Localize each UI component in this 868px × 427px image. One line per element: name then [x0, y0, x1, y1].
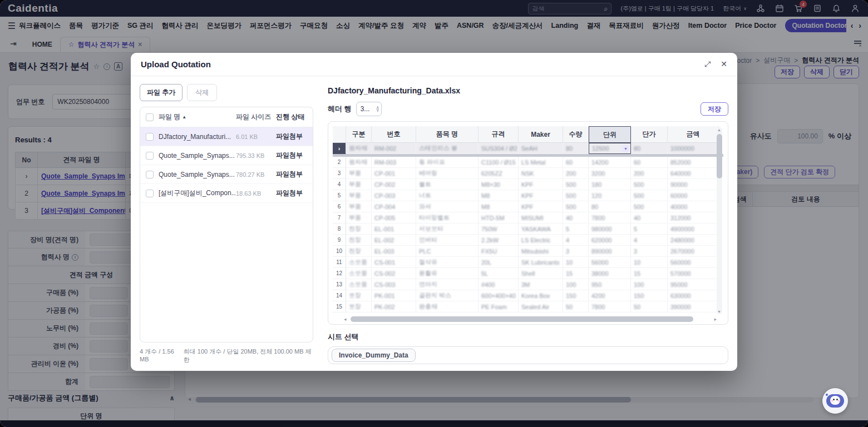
grid-row-number[interactable]: 2: [333, 157, 346, 168]
header-row-spinner[interactable]: 3... ∧∧: [356, 102, 382, 116]
grid-cell[interactable]: 원자재: [346, 157, 372, 168]
grid-cell[interactable]: CP-002: [372, 179, 416, 190]
grid-cell[interactable]: 980000: [589, 224, 631, 235]
file-row[interactable]: [설비구매]설비_Compon... 18.63 KB 파일첨부: [140, 184, 313, 203]
grid-cell[interactable]: PK-001: [372, 290, 416, 301]
grid-cell[interactable]: 750W: [479, 224, 519, 235]
grid-cell[interactable]: 200: [563, 168, 589, 179]
grid-cell[interactable]: 200: [631, 168, 668, 179]
grid-row-number[interactable]: 3: [333, 168, 346, 179]
grid-cell[interactable]: HTD-5M: [479, 212, 519, 224]
grid-cell[interactable]: 500: [563, 179, 589, 190]
grid-cell[interactable]: 포장: [346, 301, 372, 312]
grid-cell[interactable]: 4900000: [668, 224, 719, 235]
grid-cell[interactable]: 너트: [416, 190, 479, 201]
grid-row[interactable]: 4부품CP-002볼트M8×30KPF50018050090000: [333, 179, 723, 190]
grid-cell[interactable]: CP-003: [372, 190, 416, 201]
file-checkbox[interactable]: [146, 133, 154, 141]
file-checkbox[interactable]: [146, 171, 154, 178]
grid-row-number[interactable]: 6: [333, 201, 346, 212]
grid-cell[interactable]: CP-004: [372, 201, 416, 212]
grid-cell[interactable]: FX5U: [479, 246, 519, 257]
grid-cell[interactable]: 3200: [589, 168, 631, 179]
file-checkbox[interactable]: [146, 190, 154, 197]
grid-cell[interactable]: SeAH: [519, 143, 563, 154]
sheet-chip[interactable]: Invoice_Dummy_Data: [332, 349, 416, 362]
grid-row[interactable]: 5부품CP-003너트M8KPF50012050060000: [333, 190, 723, 201]
grid-column-header[interactable]: 단가: [631, 126, 668, 143]
grid-cell[interactable]: 312000: [668, 212, 719, 224]
grid-cell[interactable]: 950: [589, 279, 631, 290]
dropdown-icon[interactable]: ▼: [622, 145, 629, 152]
grid-cell[interactable]: 60: [563, 157, 589, 168]
grid-cell[interactable]: 소모품: [346, 279, 372, 290]
grid-cell[interactable]: 1000000: [668, 143, 719, 154]
grid-cell[interactable]: 원자재: [346, 143, 372, 154]
grid-cell[interactable]: 56000: [589, 257, 631, 268]
grid-cell[interactable]: LS Metal: [519, 157, 563, 168]
scroll-up-icon[interactable]: ▲: [717, 128, 721, 132]
grid-column-header[interactable]: 번호: [372, 126, 416, 143]
grid-cell[interactable]: 50: [563, 301, 589, 312]
scroll-down-icon[interactable]: ▼: [717, 310, 721, 314]
grid-cell[interactable]: 4: [563, 235, 589, 246]
grid-cell[interactable]: 150: [563, 290, 589, 301]
file-name-header[interactable]: 파일 명: [159, 112, 180, 122]
file-row[interactable]: Quote_Sample_Synaps... 795.33 KB 파일첨부: [140, 146, 313, 165]
grid-cell[interactable]: 2670000: [668, 246, 719, 257]
grid-cell[interactable]: 부품: [346, 190, 372, 201]
grid-row-number[interactable]: 11: [333, 257, 346, 268]
grid-cell[interactable]: EL-002: [372, 235, 416, 246]
grid-cell[interactable]: 600×400×40: [479, 290, 519, 301]
grid-row-number[interactable]: 4: [333, 179, 346, 190]
grid-row[interactable]: 13소모품CS-003연마지#4003M10095010095000: [333, 279, 723, 290]
grid-cell[interactable]: 부품: [346, 212, 372, 224]
select-all-checkbox[interactable]: [146, 113, 154, 121]
grid-cell[interactable]: YASKAWA: [519, 224, 563, 235]
grid-cell[interactable]: M8: [479, 190, 519, 201]
grid-cell[interactable]: 20L: [479, 257, 519, 268]
grid-cell[interactable]: CP-005: [372, 212, 416, 224]
grid-cell[interactable]: 부품: [346, 201, 372, 212]
grid-row-number[interactable]: 15: [333, 301, 346, 312]
grid-cell[interactable]: 소모품: [346, 257, 372, 268]
grid-cell[interactable]: CS-003: [372, 279, 416, 290]
grid-cell[interactable]: 4: [631, 235, 668, 246]
grid-row[interactable]: 2원자재RM-003동 파이프C1100 / Ø15LS Metal601420…: [333, 157, 723, 168]
grid-cell[interactable]: 2480000: [668, 235, 719, 246]
grid-cell[interactable]: 골판지 박스: [416, 290, 479, 301]
grid-cell[interactable]: 500: [631, 190, 668, 201]
grid-cell[interactable]: Mitsubishi: [519, 246, 563, 257]
spinner-down-icon[interactable]: ∧: [376, 109, 379, 111]
grid-cell[interactable]: KPF: [519, 201, 563, 212]
grid-cell[interactable]: 120: [589, 190, 631, 201]
grid-row-number[interactable]: 9: [333, 235, 346, 246]
grid-cell[interactable]: 4200: [589, 290, 631, 301]
grid-cell[interactable]: 15: [563, 268, 589, 279]
grid-cell[interactable]: 40: [563, 212, 589, 224]
grid-cell[interactable]: 부품: [346, 168, 372, 179]
grid-cell[interactable]: 852000: [668, 157, 719, 168]
grid-cell[interactable]: KPF: [519, 190, 563, 201]
grid-cell[interactable]: 40000: [668, 201, 719, 212]
delete-file-button[interactable]: 삭제: [187, 84, 217, 101]
grid-cell[interactable]: Shell: [519, 268, 563, 279]
grid-cell[interactable]: 인버터: [416, 235, 479, 246]
file-row[interactable]: Quote_Sample_Synaps... 780.27 KB 파일첨부: [140, 165, 313, 184]
grid-column-header[interactable]: Maker: [519, 126, 563, 143]
grid-cell[interactable]: 640000: [668, 168, 719, 179]
grid-cell[interactable]: Sealed Air: [519, 301, 563, 312]
grid-row[interactable]: 3부품CP-001베어링6205ZZNSK2003200200640000: [333, 168, 723, 179]
grid-cell[interactable]: 절삭유: [416, 257, 479, 268]
grid-row[interactable]: 9전장EL-002인버터2.2kWLS Electric462000042480…: [333, 235, 723, 246]
grid-cell[interactable]: 500: [563, 190, 589, 201]
grid-cell[interactable]: CS-002: [372, 268, 416, 279]
grid-cell[interactable]: 50: [631, 301, 668, 312]
grid-vertical-scrollbar[interactable]: ▲ ▼: [717, 127, 722, 314]
grid-cell[interactable]: 100: [631, 279, 668, 290]
grid-cell[interactable]: 부품: [346, 179, 372, 190]
grid-cell[interactable]: 500: [631, 201, 668, 212]
grid-cell[interactable]: PK-002: [372, 301, 416, 312]
grid-cell[interactable]: 500: [631, 179, 668, 190]
grid-cell[interactable]: C1100 / Ø15: [479, 157, 519, 168]
